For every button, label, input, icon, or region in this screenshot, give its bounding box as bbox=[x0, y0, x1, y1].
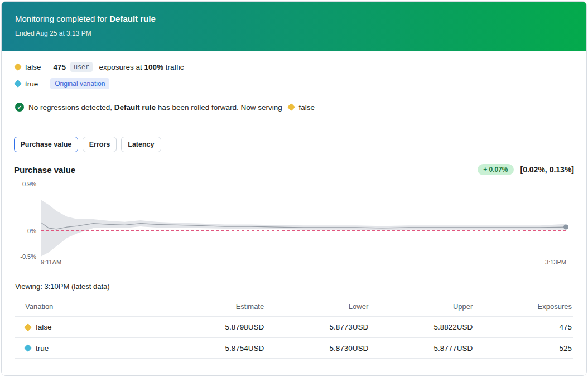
metric-section: Purchase value Errors Latency Purchase v… bbox=[2, 125, 586, 359]
original-variation-badge: Original variation bbox=[50, 78, 109, 89]
table-row: false 5.8798USD 5.8773USD 5.8822USD 475 bbox=[15, 316, 573, 337]
serving-variation-label: false bbox=[298, 103, 315, 112]
col-estimate: Estimate bbox=[161, 302, 265, 311]
metric-header: Purchase value + 0.07% [0.02%, 0.13%] bbox=[14, 164, 574, 175]
y-tick-bottom: -0.5% bbox=[20, 253, 36, 260]
col-exposures: Exposures bbox=[474, 302, 573, 311]
row-estimate: 5.8798USD bbox=[161, 323, 265, 331]
monitoring-card: Monitoring completed for Default rule En… bbox=[1, 1, 587, 376]
variation-false-row: false 475 user exposures at 100% traffic bbox=[15, 62, 573, 72]
row-upper: 5.8777USD bbox=[369, 344, 474, 352]
metric-tabs: Purchase value Errors Latency bbox=[14, 137, 574, 152]
latest-point-dot bbox=[563, 225, 568, 230]
check-icon: ✔ bbox=[15, 103, 24, 112]
variation-true-label: true bbox=[25, 80, 38, 88]
results-table: Variation Estimate Lower Upper Exposures… bbox=[15, 296, 573, 359]
chart-svg bbox=[41, 184, 566, 257]
metric-title: Purchase value bbox=[14, 165, 75, 175]
y-axis: 0.9% 0% -0.5% bbox=[14, 184, 41, 257]
variation-false-label: false bbox=[25, 63, 41, 71]
row-lower: 5.8773USD bbox=[265, 323, 369, 331]
row-exposures: 475 bbox=[474, 323, 573, 331]
traffic-text: traffic bbox=[163, 63, 184, 71]
row-upper: 5.8822USD bbox=[369, 323, 474, 331]
confidence-band bbox=[41, 200, 566, 257]
row-estimate: 5.8754USD bbox=[161, 344, 265, 352]
summary-section: false 475 user exposures at 100% traffic… bbox=[2, 51, 586, 125]
variation-true-icon bbox=[24, 344, 32, 352]
x-axis-end-label: 3:13PM bbox=[545, 259, 566, 265]
row-variation: false bbox=[36, 323, 52, 331]
y-tick-top: 0.9% bbox=[22, 181, 36, 187]
col-lower: Lower bbox=[265, 302, 369, 311]
status-prefix: No regressions detected, bbox=[28, 103, 114, 112]
variation-false-icon bbox=[24, 323, 32, 331]
metric-chart bbox=[41, 184, 566, 257]
x-axis: 9:11AM 3:13PM bbox=[41, 259, 566, 265]
unit-badge: user bbox=[70, 62, 93, 72]
serving-variation-icon bbox=[287, 103, 295, 111]
y-tick-zero: 0% bbox=[27, 228, 36, 234]
banner: Monitoring completed for Default rule En… bbox=[2, 2, 586, 51]
status-middle: has been rolled forward. Now serving bbox=[156, 103, 284, 112]
variation-false-icon bbox=[14, 63, 22, 71]
x-axis-start-label: 9:11AM bbox=[41, 259, 61, 265]
viewing-label: Viewing: 3:10PM (latest data) bbox=[15, 282, 574, 291]
traffic-percent: 100% bbox=[144, 63, 164, 71]
variation-true-row: true Original variation bbox=[15, 78, 573, 89]
exposure-count: 475 bbox=[54, 63, 66, 71]
banner-title: Monitoring completed for Default rule bbox=[15, 14, 573, 23]
banner-title-prefix: Monitoring completed for bbox=[15, 14, 109, 23]
tab-purchase-value[interactable]: Purchase value bbox=[14, 137, 78, 152]
tab-latency[interactable]: Latency bbox=[121, 137, 161, 152]
row-variation: true bbox=[36, 344, 49, 352]
tab-errors[interactable]: Errors bbox=[83, 137, 117, 152]
exposures-text: exposures at bbox=[97, 63, 144, 71]
banner-title-rule: Default rule bbox=[109, 14, 156, 23]
chart-area: 0.9% 0% -0.5% bbox=[14, 184, 574, 257]
col-variation: Variation bbox=[25, 302, 161, 311]
banner-subtitle: Ended Aug 25 at 3:13 PM bbox=[15, 30, 573, 37]
variation-true-icon bbox=[14, 80, 22, 88]
table-row: true 5.8754USD 5.8730USD 5.8777USD 525 bbox=[15, 337, 573, 359]
confidence-interval: [0.02%, 0.13%] bbox=[520, 165, 575, 174]
delta-badge: + 0.07% bbox=[478, 164, 513, 175]
status-rule: Default rule bbox=[114, 103, 156, 112]
row-lower: 5.8730USD bbox=[265, 344, 369, 352]
table-header-row: Variation Estimate Lower Upper Exposures bbox=[15, 296, 573, 316]
status-row: ✔ No regressions detected, Default rule … bbox=[15, 103, 573, 112]
col-upper: Upper bbox=[369, 302, 474, 311]
row-exposures: 525 bbox=[474, 344, 573, 352]
